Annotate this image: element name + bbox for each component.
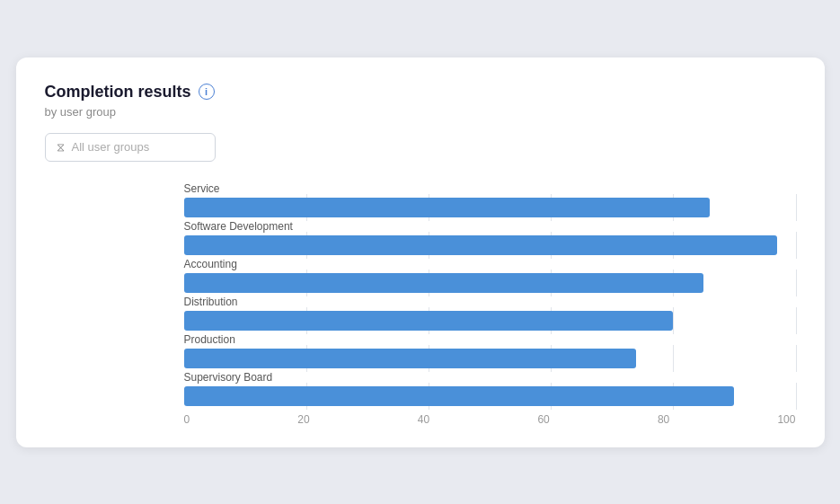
bar-label-row: Accounting <box>45 259 796 273</box>
bar-label-row: Service <box>45 183 796 198</box>
x-axis-label: 60 <box>537 413 549 426</box>
bar-label: Production <box>184 334 235 345</box>
bar-container <box>184 349 796 368</box>
bar-container <box>184 198 796 217</box>
bar <box>184 311 674 331</box>
user-group-filter[interactable]: ⧖ All user groups <box>45 133 216 162</box>
bar-group: Service <box>45 183 796 217</box>
x-axis: 020406080100 <box>45 413 796 426</box>
card-subtitle: by user group <box>45 105 796 119</box>
bar-label: Software Development <box>184 221 293 232</box>
x-axis-labels: 020406080100 <box>184 413 796 426</box>
bar-label: Service <box>184 183 220 194</box>
x-axis-label: 100 <box>777 413 795 426</box>
bar-label-row: Production <box>45 334 796 349</box>
chart-rows: ServiceSoftware DevelopmentAccountingDis… <box>45 183 796 406</box>
bar-label: Supervisory Board <box>184 372 273 383</box>
card-title: Completion results <box>45 83 191 102</box>
bar-label-row: Software Development <box>45 221 796 235</box>
grid-line <box>796 307 797 334</box>
bar-row <box>45 273 796 293</box>
bar-container <box>184 386 796 406</box>
grid-line <box>673 345 674 372</box>
bar-label: Accounting <box>184 259 237 270</box>
grid-line <box>673 307 674 334</box>
x-axis-label: 80 <box>658 413 669 426</box>
x-axis-label: 20 <box>297 413 309 426</box>
grid-line <box>796 270 797 296</box>
bar-label-row: Distribution <box>45 296 796 311</box>
filter-placeholder: All user groups <box>72 140 150 154</box>
bar-container <box>184 235 796 255</box>
bar <box>184 273 704 293</box>
filter-icon: ⧖ <box>57 140 65 155</box>
bar-row <box>45 386 796 406</box>
x-axis-label: 40 <box>418 413 429 426</box>
bar-row <box>45 198 796 217</box>
grid-line <box>796 345 797 372</box>
bar-group: Software Development <box>45 221 796 255</box>
bar-group: Distribution <box>45 296 796 331</box>
bar <box>184 235 778 255</box>
bar-row <box>45 235 796 255</box>
completion-results-card: Completion results i by user group ⧖ All… <box>16 57 825 447</box>
card-header: Completion results i <box>45 83 796 102</box>
grid-line <box>796 383 797 410</box>
bar <box>184 198 711 217</box>
bar-group: Production <box>45 334 796 368</box>
bar-row <box>45 311 796 331</box>
bar-row <box>45 349 796 368</box>
x-axis-label: 0 <box>184 413 190 426</box>
bar-container <box>184 273 796 293</box>
bar-container <box>184 311 796 331</box>
grid-line <box>796 232 797 259</box>
bar-label-row: Supervisory Board <box>45 372 796 386</box>
chart-area: ServiceSoftware DevelopmentAccountingDis… <box>45 183 796 426</box>
bar-group: Accounting <box>45 259 796 293</box>
bar-label: Distribution <box>184 296 238 307</box>
info-icon[interactable]: i <box>199 84 215 100</box>
bar-group: Supervisory Board <box>45 372 796 406</box>
grid-line <box>796 194 797 221</box>
bar <box>184 386 735 406</box>
bar <box>184 349 637 368</box>
